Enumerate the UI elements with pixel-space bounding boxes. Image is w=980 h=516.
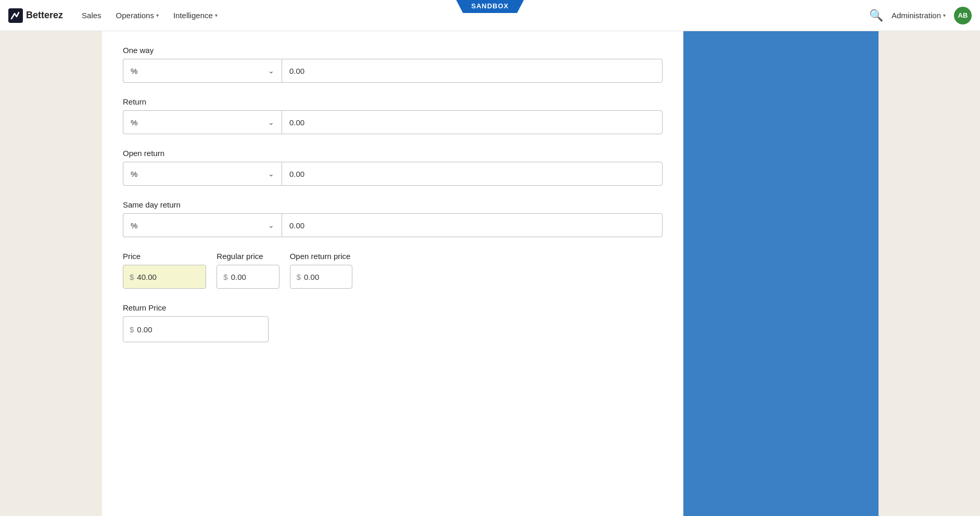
return-price-wrapper: $: [123, 316, 269, 342]
same-day-return-label: Same day return: [123, 200, 663, 209]
main-layout: One way % ⌄ Return % ⌄ Open return: [0, 31, 980, 516]
one-way-field-row: % ⌄: [123, 59, 663, 83]
price-dollar-icon: $: [130, 273, 134, 281]
regular-price-input-wrapper: $: [217, 265, 279, 289]
content-area: One way % ⌄ Return % ⌄ Open return: [102, 31, 683, 516]
open-return-select[interactable]: % ⌄: [123, 162, 282, 186]
administration-menu[interactable]: Administration ▾: [892, 11, 946, 20]
price-group: Price $: [123, 252, 206, 289]
price-label: Price: [123, 252, 206, 261]
sandbox-banner: SANDBOX: [456, 0, 524, 13]
regular-price-label: Regular price: [217, 252, 279, 261]
one-way-select[interactable]: % ⌄: [123, 59, 282, 83]
open-return-value-input[interactable]: [282, 162, 663, 186]
one-way-group: One way % ⌄: [123, 46, 663, 83]
return-group: Return % ⌄: [123, 97, 663, 134]
open-return-price-input[interactable]: [304, 273, 346, 281]
return-price-dollar-icon: $: [130, 325, 134, 334]
same-day-return-group: Same day return % ⌄: [123, 200, 663, 237]
sidebar-left: [0, 31, 102, 516]
same-day-return-field-row: % ⌄: [123, 213, 663, 237]
one-way-chevron-icon: ⌄: [268, 67, 274, 75]
open-return-price-dollar-icon: $: [297, 273, 301, 281]
open-return-group: Open return % ⌄: [123, 149, 663, 186]
open-return-chevron-icon: ⌄: [268, 170, 274, 178]
same-day-return-value-input[interactable]: [282, 213, 663, 237]
same-day-return-chevron-icon: ⌄: [268, 221, 274, 229]
price-row: Price $ Regular price $ Open return pric…: [123, 252, 663, 289]
nav-item-sales[interactable]: Sales: [75, 7, 108, 24]
one-way-label: One way: [123, 46, 663, 55]
open-return-label: Open return: [123, 149, 663, 158]
return-label: Return: [123, 97, 663, 106]
price-input[interactable]: [137, 273, 199, 281]
nav-right: 🔍 Administration ▾ AB: [869, 7, 972, 24]
logo-icon: [8, 8, 23, 23]
return-field-row: % ⌄: [123, 110, 663, 134]
return-chevron-icon: ⌄: [268, 118, 274, 126]
one-way-value-input[interactable]: [282, 59, 663, 83]
return-price-group: Return Price $: [123, 303, 663, 342]
regular-price-dollar-icon: $: [223, 273, 227, 281]
search-icon[interactable]: 🔍: [869, 9, 883, 22]
same-day-return-select[interactable]: % ⌄: [123, 213, 282, 237]
regular-price-group: Regular price $: [217, 252, 279, 289]
intelligence-chevron-icon: ▾: [215, 12, 218, 18]
return-price-input[interactable]: [137, 325, 199, 334]
regular-price-input[interactable]: [231, 273, 273, 281]
logo[interactable]: Betterez: [8, 8, 63, 23]
open-return-price-input-wrapper: $: [290, 265, 352, 289]
return-select[interactable]: % ⌄: [123, 110, 282, 134]
operations-chevron-icon: ▾: [156, 12, 159, 18]
return-value-input[interactable]: [282, 110, 663, 134]
avatar[interactable]: AB: [954, 7, 972, 24]
admin-chevron-icon: ▾: [943, 12, 946, 18]
navbar: Betterez Sales Operations ▾ Intelligence…: [0, 0, 980, 31]
nav-item-operations[interactable]: Operations ▾: [110, 7, 165, 24]
price-input-wrapper: $: [123, 265, 206, 289]
return-price-label: Return Price: [123, 303, 663, 312]
nav-item-intelligence[interactable]: Intelligence ▾: [167, 7, 224, 24]
right-panel: [683, 31, 879, 516]
open-return-price-label: Open return price: [290, 252, 352, 261]
open-return-field-row: % ⌄: [123, 162, 663, 186]
far-right: [879, 31, 980, 516]
open-return-price-group: Open return price $: [290, 252, 352, 289]
logo-text: Betterez: [26, 10, 63, 21]
